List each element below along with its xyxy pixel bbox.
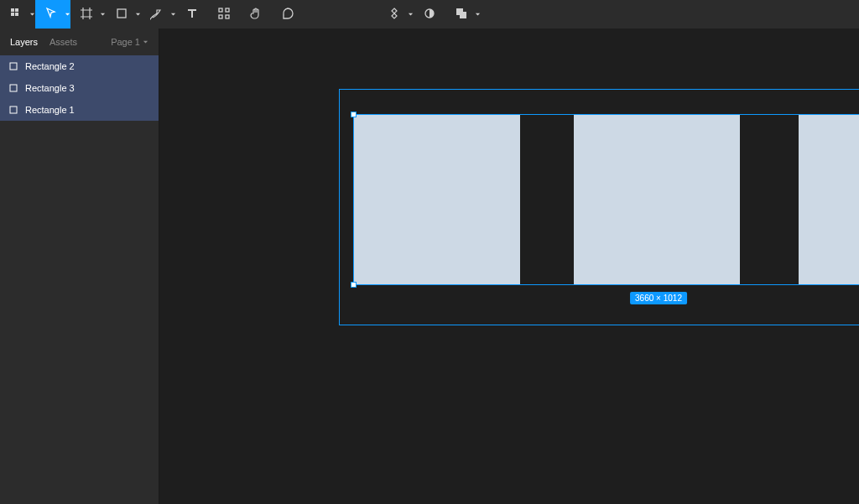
page-label: Page 1 — [111, 37, 140, 47]
boolean-icon — [455, 7, 468, 22]
chevron-down-icon[interactable] — [407, 0, 414, 29]
selection-bounding-box[interactable]: 3660 × 1012 — [353, 114, 859, 285]
comment-icon — [281, 7, 294, 22]
top-toolbar — [0, 0, 859, 29]
svg-rect-11 — [460, 12, 466, 18]
canvas-rectangle[interactable] — [354, 115, 520, 284]
boolean-tool-button[interactable] — [445, 0, 477, 29]
chevron-down-icon — [143, 37, 148, 47]
pen-tool-button[interactable] — [141, 0, 173, 29]
pen-icon — [150, 7, 164, 22]
move-tool-button[interactable] — [35, 0, 67, 29]
layer-row[interactable]: Rectangle 2 — [0, 55, 159, 77]
main-area: Layers Assets Page 1 Rectangle 2 Rect — [0, 29, 859, 504]
svg-rect-4 — [117, 9, 126, 18]
text-icon — [185, 7, 199, 22]
text-tool-button[interactable] — [176, 0, 208, 29]
component-tool-button[interactable] — [378, 0, 410, 29]
layer-name: Rectangle 2 — [25, 61, 75, 71]
layer-name: Rectangle 3 — [25, 83, 75, 93]
figma-menu-icon — [9, 7, 23, 22]
comment-tool-button[interactable] — [272, 0, 304, 29]
svg-rect-12 — [10, 63, 17, 70]
svg-rect-1 — [11, 13, 14, 16]
mask-icon — [423, 7, 436, 22]
svg-rect-2 — [15, 8, 18, 12]
svg-rect-14 — [10, 107, 17, 113]
chevron-down-icon[interactable] — [169, 0, 176, 29]
svg-rect-13 — [10, 85, 17, 91]
move-icon — [44, 7, 58, 22]
rectangle-layer-icon — [8, 83, 18, 93]
resources-tool-button[interactable] — [208, 0, 240, 29]
canvas-rectangle[interactable] — [799, 115, 859, 284]
layer-row[interactable]: Rectangle 3 — [0, 77, 159, 99]
chevron-down-icon[interactable] — [134, 0, 141, 29]
canvas-rectangle[interactable] — [574, 115, 740, 284]
main-menu-button[interactable] — [0, 0, 32, 29]
layer-name: Rectangle 1 — [25, 105, 75, 115]
panel-tabs: Layers Assets Page 1 — [0, 29, 159, 55]
component-icon — [388, 7, 401, 22]
rectangle-icon — [115, 7, 128, 22]
svg-rect-3 — [15, 13, 18, 16]
page-selector[interactable]: Page 1 — [111, 37, 148, 47]
rectangle-layer-icon — [8, 61, 18, 71]
tab-layers[interactable]: Layers — [10, 37, 38, 47]
resources-icon — [217, 7, 231, 22]
layers-list: Rectangle 2 Rectangle 3 Rectangle 1 — [0, 55, 159, 504]
toolbar-center-group — [378, 0, 481, 29]
canvas[interactable]: 3660 × 1012 — [159, 29, 859, 504]
chevron-down-icon[interactable] — [64, 0, 70, 29]
chevron-down-icon[interactable] — [29, 0, 35, 29]
frame-icon — [80, 7, 93, 22]
rectangle-layer-icon — [8, 105, 18, 115]
tab-assets[interactable]: Assets — [49, 37, 77, 47]
shape-tool-button[interactable] — [106, 0, 138, 29]
chevron-down-icon[interactable] — [474, 0, 481, 29]
hand-icon — [249, 7, 263, 22]
chevron-down-icon[interactable] — [99, 0, 106, 29]
layer-row[interactable]: Rectangle 1 — [0, 99, 159, 121]
svg-rect-6 — [226, 8, 229, 12]
svg-rect-8 — [226, 15, 229, 18]
frame-tool-button[interactable] — [70, 0, 102, 29]
toolbar-left-group — [0, 0, 304, 29]
selection-dimensions-label: 3660 × 1012 — [630, 292, 687, 304]
svg-rect-5 — [219, 8, 222, 12]
mask-tool-button[interactable] — [414, 0, 445, 29]
left-panel: Layers Assets Page 1 Rectangle 2 Rect — [0, 29, 159, 504]
hand-tool-button[interactable] — [240, 0, 272, 29]
resize-handle-bottom-left[interactable] — [351, 282, 357, 288]
svg-rect-0 — [11, 8, 14, 12]
svg-rect-7 — [219, 15, 222, 18]
resize-handle-top-left[interactable] — [351, 112, 357, 117]
